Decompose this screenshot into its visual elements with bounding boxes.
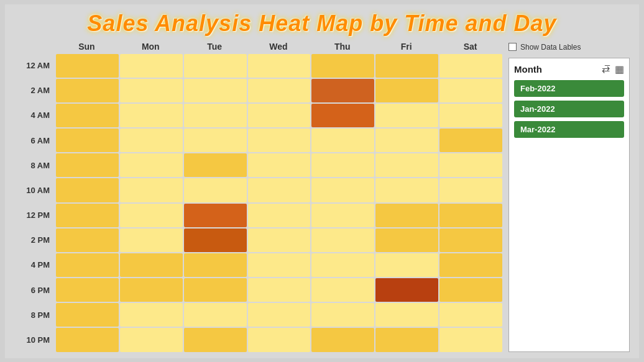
day-header-mon: Mon	[119, 40, 183, 53]
show-data-labels-row: Show Data Lables	[508, 40, 630, 54]
heatmap-row: 10 PM	[14, 328, 502, 351]
heatmap-cell	[375, 153, 438, 177]
time-label-10-pm: 10 PM	[14, 328, 55, 351]
heatmap-cell	[120, 153, 183, 177]
time-label-2-pm: 2 PM	[14, 229, 55, 252]
heatmap-cell	[439, 79, 502, 102]
heatmap-cell	[375, 204, 438, 227]
heatmap-cell	[439, 104, 502, 127]
heatmap-row: 2 AM	[14, 79, 502, 102]
heatmap-cell	[184, 253, 247, 277]
day-header-sun: Sun	[55, 40, 119, 53]
heatmap-cell	[184, 204, 247, 227]
heatmap-cell	[248, 204, 311, 227]
day-header-fri: Fri	[374, 40, 438, 53]
heatmap-cell	[120, 328, 183, 351]
heatmap-cell	[120, 278, 183, 302]
filter-item-mar2022[interactable]: Mar-2022	[514, 121, 624, 138]
heatmap-cell	[311, 328, 374, 351]
heatmap-cell	[439, 303, 502, 327]
day-header-tue: Tue	[183, 40, 247, 53]
heatmap-cell	[439, 328, 502, 351]
heatmap-cell	[311, 104, 374, 127]
heatmap-cell	[56, 303, 119, 327]
heatmap-cell	[311, 253, 374, 277]
time-label-4-pm: 4 PM	[14, 253, 55, 277]
time-label-12-pm: 12 PM	[14, 204, 55, 227]
heatmap-row: 8 PM	[14, 303, 502, 327]
filter-items: Feb-2022Jan-2022Mar-2022	[514, 80, 624, 138]
heatmap-cell	[311, 153, 374, 177]
heatmap-cell	[120, 104, 183, 127]
heatmap-cell	[248, 129, 311, 152]
heatmap-cell	[248, 229, 311, 252]
heatmap-cell	[248, 178, 311, 202]
heatmap-cell	[248, 54, 311, 78]
heatmap-cell	[120, 253, 183, 277]
heatmap-row: 6 AM	[14, 129, 502, 152]
heatmap-cell	[56, 153, 119, 177]
filter-panel: Month ⇄̅ ▦ Feb-2022Jan-2022Mar-2022	[508, 58, 630, 352]
heatmap-cell	[120, 229, 183, 252]
heatmap-cell	[311, 129, 374, 152]
heatmap-cell	[120, 204, 183, 227]
heatmap-cell	[184, 278, 247, 302]
heatmap-cell	[311, 204, 374, 227]
time-label-8-pm: 8 PM	[14, 303, 55, 327]
heatmap-cell	[56, 328, 119, 351]
time-label-4-am: 4 AM	[14, 104, 55, 127]
heatmap-cell	[375, 54, 438, 78]
heatmap-row: 4 PM	[14, 253, 502, 277]
heatmap-cell	[120, 129, 183, 152]
heatmap-cell	[375, 303, 438, 327]
heatmap-cell	[311, 278, 374, 302]
heatmap-cell	[184, 104, 247, 127]
heatmap-cell	[375, 328, 438, 351]
heatmap-cell	[56, 104, 119, 127]
heatmap-cell	[248, 253, 311, 277]
heatmap-row: 12 AM	[14, 54, 502, 78]
filter-item-jan2022[interactable]: Jan-2022	[514, 101, 624, 117]
sort-icon[interactable]: ⇄̅	[602, 63, 610, 75]
heatmap-cell	[248, 303, 311, 327]
day-headers: SunMonTueWedThuFriSat	[14, 40, 502, 53]
heatmap-row: 8 AM	[14, 153, 502, 177]
show-data-labels-checkbox[interactable]	[508, 43, 517, 51]
heatmap-cell	[56, 253, 119, 277]
heatmap-cell	[56, 278, 119, 302]
heatmap-cell	[439, 129, 502, 152]
heatmap-row: 10 AM	[14, 178, 502, 202]
day-header-wed: Wed	[247, 40, 311, 53]
heatmap-cell	[184, 178, 247, 202]
heatmap-row: 6 PM	[14, 278, 502, 302]
heatmap-cell	[439, 278, 502, 302]
heatmap-cell	[375, 253, 438, 277]
heatmap-cell	[184, 54, 247, 78]
heatmap-cell	[56, 229, 119, 252]
heatmap-cell	[311, 303, 374, 327]
heatmap-cell	[311, 178, 374, 202]
heatmap-cell	[56, 204, 119, 227]
heatmap-cell	[375, 104, 438, 127]
time-label-12-am: 12 AM	[14, 54, 55, 78]
show-data-labels-text: Show Data Lables	[520, 43, 581, 52]
heatmap-cell	[248, 153, 311, 177]
heatmap-cell	[439, 204, 502, 227]
heatmap-section: SunMonTueWedThuFriSat 12 AM2 AM4 AM6 AM8…	[14, 40, 502, 352]
time-label-8-am: 8 AM	[14, 153, 55, 177]
day-header-sat: Sat	[438, 40, 502, 53]
heatmap-cell	[311, 79, 374, 102]
sidebar: Show Data Lables Month ⇄̅ ▦ Feb-2022Jan-…	[508, 40, 630, 352]
filter-item-feb2022[interactable]: Feb-2022	[514, 80, 624, 97]
heatmap-cell	[184, 79, 247, 102]
time-label-2-am: 2 AM	[14, 79, 55, 102]
filter-header: Month ⇄̅ ▦	[514, 63, 624, 75]
heatmap-row: 2 PM	[14, 229, 502, 252]
filter-icon[interactable]: ▦	[615, 63, 624, 75]
heatmap-cell	[375, 278, 438, 302]
heatmap-cell	[56, 79, 119, 102]
time-label-6-pm: 6 PM	[14, 278, 55, 302]
heatmap-cell	[120, 303, 183, 327]
time-label-10-am: 10 AM	[14, 178, 55, 202]
day-header-thu: Thu	[310, 40, 374, 53]
